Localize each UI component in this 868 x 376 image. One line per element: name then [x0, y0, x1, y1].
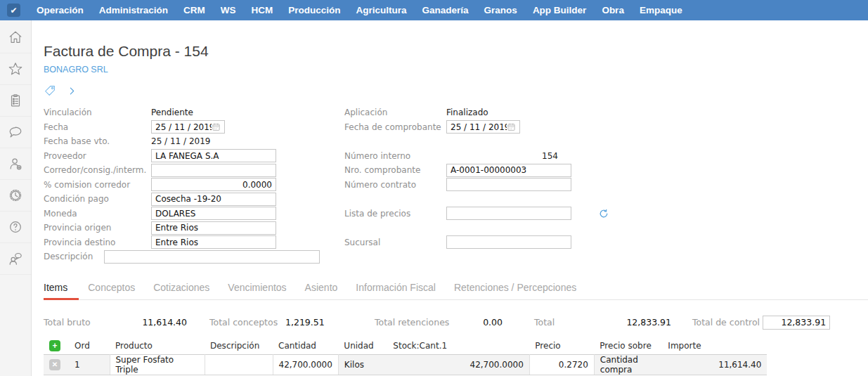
add-contact-icon[interactable]	[0, 148, 31, 180]
cell-ord: 1	[69, 354, 110, 375]
menu-app-builder[interactable]: App Builder	[525, 5, 595, 15]
descripcion-input[interactable]	[104, 250, 320, 264]
nro-comprobante-input[interactable]	[446, 164, 571, 177]
field-label: Fecha de comprobante	[344, 122, 446, 132]
col-precio-sobre: Precio sobre	[594, 337, 662, 355]
add-row-button[interactable]: +	[49, 340, 60, 351]
menu-crm[interactable]: CRM	[176, 5, 213, 15]
comision-corredor-input[interactable]	[151, 178, 276, 191]
field-label: Descripción	[44, 252, 104, 261]
invoice-form: VinculaciónPendiente Fecha Fecha base vt…	[44, 105, 868, 264]
record-actions	[44, 84, 868, 98]
total-label: Total	[534, 317, 562, 328]
total-bruto-value: 11,614.40	[108, 317, 187, 328]
left-sidebar	[0, 20, 32, 376]
tab-items[interactable]: Items	[44, 279, 79, 299]
field-label: Sucursal	[344, 238, 446, 247]
form-column-left: VinculaciónPendiente Fecha Fecha base vt…	[44, 105, 320, 264]
condicion-pago-input[interactable]	[151, 193, 276, 206]
col-cantidad: Cantidad	[273, 337, 338, 355]
clock-icon[interactable]	[0, 180, 31, 212]
top-nav-bar: ✔ Operación Administración CRM WS HCM Pr…	[0, 0, 868, 20]
delete-row-button[interactable]: ✕	[49, 359, 60, 370]
col-stock: Stock:Cant.1	[387, 337, 529, 355]
total-retenciones-value: 0.00	[453, 317, 503, 328]
form-column-right: AplicaciónFinalizado Fecha de comprobant…	[344, 105, 609, 264]
menu-operacion[interactable]: Operación	[29, 5, 91, 15]
col-precio: Precio	[529, 337, 594, 355]
calendar-icon[interactable]	[212, 122, 221, 131]
total-conceptos-label: Total conceptos	[209, 317, 285, 328]
corredor-input[interactable]	[151, 164, 276, 177]
field-label: % comision corredor	[44, 180, 151, 190]
cell-descripcion[interactable]	[205, 354, 273, 375]
menu-obra[interactable]: Obra	[594, 5, 632, 15]
aplicacion-value: Finalizado	[446, 108, 488, 117]
calendar-icon[interactable]	[507, 122, 516, 131]
moneda-input[interactable]	[151, 207, 276, 220]
numero-interno-value: 154	[446, 151, 558, 161]
company-link[interactable]: BONAGRO SRL	[44, 65, 868, 74]
fecha-comprobante-date-field[interactable]	[446, 120, 520, 134]
col-producto: Producto	[110, 337, 205, 355]
menu-produccion[interactable]: Producción	[280, 5, 348, 15]
fecha-comprobante-input[interactable]	[451, 122, 507, 132]
totals-bar: Total bruto 11,614.40 Total conceptos 1,…	[44, 315, 868, 330]
menu-hcm[interactable]: HCM	[244, 5, 281, 15]
sucursal-input[interactable]	[446, 235, 571, 249]
chat-icon[interactable]	[0, 117, 31, 148]
col-descripcion: Descripción	[205, 337, 273, 355]
detail-tabs: Items Conceptos Cotizaciones Vencimiento…	[44, 279, 868, 300]
menu-empaque[interactable]: Empaque	[632, 5, 690, 15]
items-header-row: + Ord Producto Descripción Cantidad Unid…	[44, 337, 767, 355]
clipboard-icon[interactable]	[0, 85, 31, 117]
col-unidad: Unidad	[338, 337, 387, 355]
tab-retenciones-percepciones[interactable]: Retenciones / Percepciones	[445, 279, 585, 299]
total-bruto-label: Total bruto	[44, 317, 108, 328]
help-icon[interactable]	[0, 212, 31, 243]
cell-producto[interactable]: Super Fosfato Triple	[110, 354, 205, 375]
spacer-row	[344, 192, 609, 207]
star-icon[interactable]	[0, 53, 31, 85]
cell-cantidad[interactable]: 42,700.0000	[273, 354, 338, 375]
menu-ws[interactable]: WS	[213, 5, 244, 15]
tab-asiento[interactable]: Asiento	[296, 279, 347, 299]
menu-ganaderia[interactable]: Ganadería	[415, 5, 477, 15]
fecha-input[interactable]	[155, 122, 212, 132]
field-label: Provincia destino	[44, 238, 151, 247]
field-label: Fecha	[44, 122, 151, 132]
proveedor-input[interactable]	[151, 149, 276, 162]
tab-vencimientos[interactable]: Vencimientos	[219, 279, 295, 299]
cell-precio[interactable]: 0.2720	[529, 354, 594, 375]
home-icon[interactable]	[0, 22, 31, 53]
field-label: Lista de precios	[344, 209, 446, 219]
field-label: Provincia origen	[44, 223, 151, 233]
field-label: Vinculación	[44, 108, 151, 117]
field-label: Aplicación	[344, 108, 446, 117]
vinculacion-value: Pendiente	[151, 108, 193, 117]
user-feedback-icon[interactable]	[0, 243, 31, 275]
refresh-icon[interactable]	[598, 208, 609, 219]
numero-contrato-input[interactable]	[446, 178, 571, 191]
total-control-input[interactable]	[763, 316, 830, 330]
tab-cotizaciones[interactable]: Cotizaciones	[144, 279, 219, 299]
tab-conceptos[interactable]: Conceptos	[79, 279, 144, 299]
provincia-destino-input[interactable]	[151, 235, 276, 249]
menu-granos[interactable]: Granos	[477, 5, 525, 15]
fecha-date-field[interactable]	[151, 120, 225, 134]
field-label: Nro. comprobante	[344, 165, 446, 175]
app-logo-check-icon[interactable]: ✔	[7, 4, 20, 17]
provincia-origen-input[interactable]	[151, 221, 276, 235]
cell-unidad: Kilos	[338, 354, 387, 375]
total-conceptos-value: 1,219.51	[285, 317, 320, 328]
menu-administracion[interactable]: Administración	[91, 5, 176, 15]
lista-precios-input[interactable]	[446, 207, 571, 220]
page-title: Factura de Compra - 154	[44, 43, 868, 60]
spacer-row	[344, 134, 609, 149]
tag-icon[interactable]	[44, 84, 56, 97]
total-retenciones-label: Total retenciones	[375, 317, 453, 328]
menu-agricultura[interactable]: Agricultura	[349, 5, 415, 15]
field-label: Fecha base vto.	[44, 136, 151, 146]
tab-informacion-fiscal[interactable]: Información Fiscal	[346, 279, 445, 299]
chevron-right-icon[interactable]	[67, 85, 77, 97]
